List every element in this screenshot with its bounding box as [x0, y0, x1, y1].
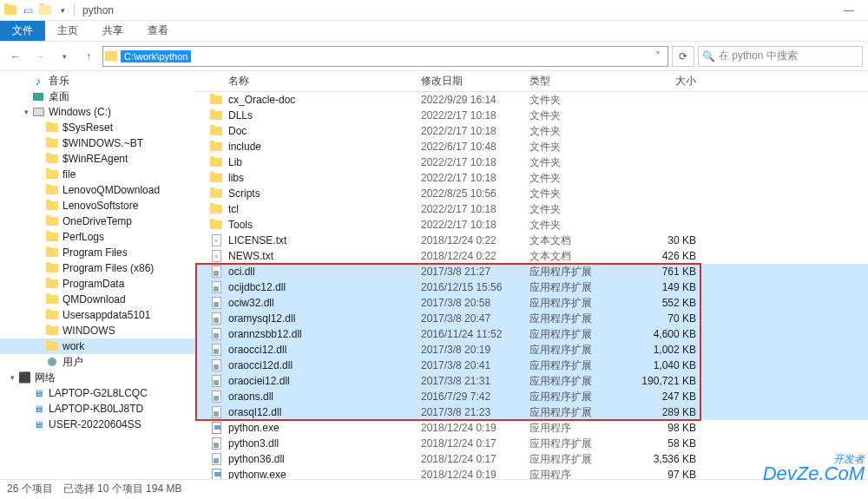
- nav-item[interactable]: 🖥LAPTOP-KB0LJ8TD: [0, 401, 195, 417]
- nav-item[interactable]: ▾⬛网络: [0, 370, 195, 385]
- file-date: 2017/3/8 20:47: [414, 312, 523, 325]
- file-row[interactable]: Lib2022/2/17 10:18文件夹: [195, 154, 868, 170]
- file-row[interactable]: orasql12.dll2017/3/8 21:23应用程序扩展289 KB: [195, 404, 868, 420]
- nav-label: file: [62, 168, 76, 181]
- file-type: 应用程序扩展: [523, 265, 634, 279]
- forward-button[interactable]: →: [30, 46, 50, 67]
- col-size[interactable]: 大小: [634, 74, 703, 89]
- file-size: 1,002 KB: [634, 344, 703, 356]
- status-selected: 已选择 10 个项目 194 MB: [63, 482, 182, 496]
- nav-item[interactable]: work: [0, 338, 195, 354]
- file-name: include: [228, 141, 261, 153]
- nav-item[interactable]: PerfLogs: [0, 229, 195, 245]
- col-type[interactable]: 类型: [523, 74, 634, 89]
- qat-customize-icon[interactable]: ▾: [56, 3, 69, 17]
- back-button[interactable]: ←: [5, 46, 26, 67]
- file-row[interactable]: libs2022/2/17 10:18文件夹: [195, 170, 868, 186]
- nav-item[interactable]: Program Files: [0, 245, 195, 260]
- file-type: 应用程序扩展: [523, 405, 634, 420]
- dll-icon: [209, 296, 223, 310]
- file-name: orannzsbb12.dll: [228, 328, 302, 340]
- folder-icon: [45, 230, 59, 244]
- file-row[interactable]: oraocci12d.dll2017/3/8 20:41应用程序扩展1,040 …: [195, 358, 868, 373]
- qat-new-folder-icon[interactable]: [38, 3, 52, 17]
- file-row[interactable]: tcl2022/2/17 10:18文件夹: [195, 201, 868, 217]
- ribbon: 文件 主页 共享 查看: [0, 21, 868, 42]
- tab-home[interactable]: 主页: [45, 21, 90, 41]
- file-row[interactable]: ocijdbc12.dll2016/12/15 15:56应用程序扩展149 K…: [195, 279, 868, 295]
- file-type: 文件夹: [523, 202, 634, 217]
- dll-icon: [209, 343, 223, 357]
- up-button[interactable]: ↑: [78, 46, 99, 67]
- tab-file[interactable]: 文件: [0, 21, 45, 41]
- nav-item[interactable]: ProgramData: [0, 276, 195, 292]
- nav-label: $SysReset: [62, 121, 113, 134]
- nav-item[interactable]: OneDriveTemp: [0, 213, 195, 229]
- chevron-down-icon[interactable]: ˅: [650, 50, 666, 62]
- dll-icon: [209, 437, 223, 450]
- nav-item[interactable]: LenovoSoftstore: [0, 198, 195, 213]
- expand-icon[interactable]: ▾: [21, 108, 31, 116]
- nav-item[interactable]: Usersappdata5101: [0, 307, 195, 323]
- address-input[interactable]: C:\work\python ˅: [102, 46, 668, 67]
- qat-properties-icon[interactable]: ▭: [21, 3, 35, 17]
- dll-icon: [209, 327, 223, 341]
- refresh-button[interactable]: ⟳: [672, 46, 694, 67]
- file-row[interactable]: ≡NEWS.txt2018/12/24 0:22文本文档426 KB: [195, 248, 868, 264]
- nav-item[interactable]: $SysReset: [0, 120, 195, 135]
- file-list[interactable]: cx_Oracle-doc2022/9/29 16:14文件夹DLLs2022/…: [195, 92, 868, 479]
- folder-icon: [45, 121, 59, 135]
- file-row[interactable]: oraons.dll2016/7/29 7:42应用程序扩展247 KB: [195, 389, 868, 404]
- expand-icon[interactable]: ▾: [7, 373, 17, 382]
- file-type: 应用程序扩展: [523, 343, 634, 358]
- file-type: 文件夹: [523, 218, 634, 233]
- nav-item[interactable]: ♪音乐: [0, 73, 195, 89]
- file-type: 文件夹: [523, 108, 634, 123]
- file-row[interactable]: ociw32.dll2017/3/8 20:58应用程序扩展552 KB: [195, 295, 868, 311]
- file-row[interactable]: python.exe2018/12/24 0:19应用程序98 KB: [195, 420, 868, 436]
- nav-item[interactable]: WINDOWS: [0, 323, 195, 338]
- file-type: 文件夹: [523, 124, 634, 139]
- nav-item[interactable]: 用户: [0, 354, 195, 370]
- nav-item[interactable]: QMDownload: [0, 292, 195, 307]
- nav-item[interactable]: 桌面: [0, 89, 195, 104]
- col-name[interactable]: 名称: [195, 74, 414, 89]
- file-size: 761 KB: [634, 266, 703, 278]
- nav-item[interactable]: LenovoQMDownload: [0, 182, 195, 198]
- file-row[interactable]: oraocci12.dll2017/3/8 20:19应用程序扩展1,002 K…: [195, 342, 868, 358]
- file-row[interactable]: cx_Oracle-doc2022/9/29 16:14文件夹: [195, 92, 868, 108]
- file-row[interactable]: Doc2022/2/17 10:18文件夹: [195, 123, 868, 139]
- title-bar: ▭ ▾ python —: [0, 0, 868, 21]
- search-input[interactable]: 🔍 在 python 中搜索: [698, 46, 863, 67]
- recent-locations-icon[interactable]: ▾: [54, 46, 75, 67]
- file-row[interactable]: oci.dll2017/3/8 21:27应用程序扩展761 KB: [195, 264, 868, 279]
- nav-item[interactable]: 🖥USER-20220604SS: [0, 417, 195, 432]
- nav-item[interactable]: $WINDOWS.~BT: [0, 135, 195, 151]
- file-size: 4,600 KB: [634, 328, 703, 340]
- folder-icon: [209, 124, 223, 138]
- file-row[interactable]: DLLs2022/2/17 10:18文件夹: [195, 108, 868, 123]
- minimize-icon[interactable]: —: [832, 0, 866, 21]
- file-type: 文件夹: [523, 187, 634, 201]
- tab-view[interactable]: 查看: [135, 21, 181, 41]
- col-date[interactable]: 修改日期: [414, 74, 523, 89]
- file-name: oraocci12.dll: [228, 344, 286, 356]
- folder-icon: [105, 49, 119, 63]
- file-row[interactable]: include2022/6/17 10:48文件夹: [195, 139, 868, 154]
- nav-item[interactable]: $WinREAgent: [0, 151, 195, 167]
- file-row[interactable]: orannzsbb12.dll2016/11/24 11:52应用程序扩展4,6…: [195, 326, 868, 342]
- tab-share[interactable]: 共享: [90, 21, 135, 41]
- file-row[interactable]: oramysql12.dll2017/3/8 20:47应用程序扩展70 KB: [195, 311, 868, 326]
- file-type: 文本文档: [523, 233, 634, 248]
- nav-item[interactable]: Program Files (x86): [0, 260, 195, 276]
- txt-icon: ≡: [209, 249, 223, 263]
- nav-item[interactable]: file: [0, 167, 195, 182]
- file-row[interactable]: Scripts2022/8/25 10:56文件夹: [195, 186, 868, 201]
- file-row[interactable]: python3.dll2018/12/24 0:17应用程序扩展58 KB: [195, 436, 868, 451]
- nav-item[interactable]: ▾Windows (C:): [0, 104, 195, 120]
- file-row[interactable]: ≡LICENSE.txt2018/12/24 0:22文本文档30 KB: [195, 233, 868, 248]
- file-row[interactable]: Tools2022/2/17 10:18文件夹: [195, 217, 868, 233]
- file-row[interactable]: oraociei12.dll2017/3/8 21:31应用程序扩展190,72…: [195, 373, 868, 389]
- nav-item[interactable]: 🖥LAPTOP-G2L8LCQC: [0, 385, 195, 401]
- net-icon: ⬛: [17, 371, 31, 384]
